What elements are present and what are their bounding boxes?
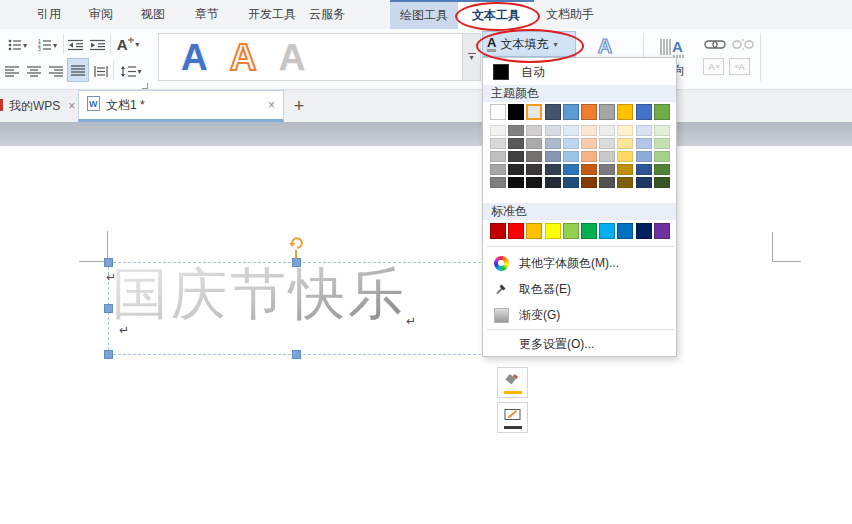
- text-flow-left-button[interactable]: A≡: [703, 58, 724, 75]
- theme-tint-swatch[interactable]: [490, 125, 506, 136]
- menu-item-more-settings[interactable]: 更多设置(O)...: [483, 332, 676, 356]
- theme-tint-swatch[interactable]: [617, 138, 633, 149]
- menu-item-gradient[interactable]: 渐变(G): [483, 302, 676, 328]
- theme-tint-swatch[interactable]: [490, 138, 506, 149]
- align-right-button[interactable]: [46, 60, 66, 82]
- dialog-launcher-icon[interactable]: [142, 83, 148, 89]
- rotation-handle-icon[interactable]: [288, 234, 305, 251]
- ribbon-tab-3[interactable]: 视图: [128, 0, 178, 29]
- theme-tint-swatch[interactable]: [599, 164, 615, 175]
- theme-tint-swatch[interactable]: [617, 177, 633, 188]
- theme-tint-swatch[interactable]: [654, 138, 670, 149]
- standard-color-swatch[interactable]: [636, 223, 652, 239]
- theme-tint-swatch[interactable]: [508, 138, 524, 149]
- text-fill-button[interactable]: A 文本填充 ▾: [482, 31, 576, 57]
- theme-tint-swatch[interactable]: [654, 164, 670, 175]
- theme-color-swatch[interactable]: [636, 104, 652, 120]
- theme-tint-swatch[interactable]: [508, 151, 524, 162]
- resize-handle-bottom-middle[interactable]: [292, 350, 301, 359]
- shape-fill-float-button[interactable]: [497, 367, 528, 398]
- theme-color-swatch[interactable]: [545, 104, 561, 120]
- theme-tint-swatch[interactable]: [581, 177, 597, 188]
- theme-tint-swatch[interactable]: [636, 151, 652, 162]
- wordart-style-gray[interactable]: A: [278, 39, 305, 76]
- ribbon-tab-8[interactable]: 文本工具: [458, 0, 534, 29]
- standard-color-swatch[interactable]: [545, 223, 561, 239]
- standard-color-swatch[interactable]: [508, 223, 524, 239]
- standard-color-swatch[interactable]: [563, 223, 579, 239]
- standard-color-swatch[interactable]: [490, 223, 506, 239]
- theme-color-swatch[interactable]: [508, 104, 524, 120]
- theme-tint-swatch[interactable]: [490, 151, 506, 162]
- theme-tint-swatch[interactable]: [526, 138, 542, 149]
- decrease-indent-button[interactable]: [66, 34, 86, 56]
- theme-tint-swatch[interactable]: [526, 177, 542, 188]
- ribbon-tab-2[interactable]: 审阅: [76, 0, 126, 29]
- text-outline-button[interactable]: A: [592, 33, 618, 59]
- theme-tint-swatch[interactable]: [636, 125, 652, 136]
- standard-color-swatch[interactable]: [654, 223, 670, 239]
- theme-color-swatch[interactable]: [563, 104, 579, 120]
- ribbon-tab-7[interactable]: 绘图工具: [390, 0, 458, 29]
- menu-item-more-colors[interactable]: 其他字体颜色(M)...: [483, 250, 676, 276]
- theme-tint-swatch[interactable]: [581, 151, 597, 162]
- gallery-more-button[interactable]: ▾: [462, 34, 480, 80]
- link-button[interactable]: [703, 37, 727, 52]
- break-link-button[interactable]: [731, 37, 755, 52]
- tab-my-wps[interactable]: 我的WPS ×: [0, 90, 77, 122]
- theme-tint-swatch[interactable]: [617, 125, 633, 136]
- align-left-button[interactable]: [2, 60, 22, 82]
- distribute-button[interactable]: [91, 60, 111, 82]
- theme-tint-swatch[interactable]: [599, 138, 615, 149]
- theme-tint-swatch[interactable]: [526, 151, 542, 162]
- theme-tint-swatch[interactable]: [563, 151, 579, 162]
- ribbon-tab-6[interactable]: 云服务: [296, 0, 358, 29]
- theme-tint-swatch[interactable]: [599, 151, 615, 162]
- theme-tint-swatch[interactable]: [545, 151, 561, 162]
- standard-color-swatch[interactable]: [526, 223, 542, 239]
- theme-tint-swatch[interactable]: [508, 125, 524, 136]
- document-page[interactable]: 国庆节快乐 ↵ ↵ ↵: [0, 146, 852, 524]
- theme-tint-swatch[interactable]: [636, 164, 652, 175]
- shape-outline-float-button[interactable]: [497, 402, 528, 433]
- theme-tint-swatch[interactable]: [490, 177, 506, 188]
- theme-tint-swatch[interactable]: [508, 164, 524, 175]
- theme-tint-swatch[interactable]: [654, 151, 670, 162]
- theme-tint-swatch[interactable]: [545, 164, 561, 175]
- standard-color-swatch[interactable]: [599, 223, 615, 239]
- numbered-list-button[interactable]: 123 ▾: [34, 34, 61, 56]
- standard-color-swatch[interactable]: [581, 223, 597, 239]
- theme-tint-swatch[interactable]: [617, 164, 633, 175]
- bullet-list-button[interactable]: ▾: [4, 34, 31, 56]
- ribbon-tab-1[interactable]: 引用: [24, 0, 74, 29]
- wordart-style-orange[interactable]: A: [230, 39, 257, 76]
- theme-tint-swatch[interactable]: [581, 125, 597, 136]
- theme-tint-swatch[interactable]: [563, 138, 579, 149]
- theme-tint-swatch[interactable]: [545, 125, 561, 136]
- wordart-text[interactable]: 国庆节快乐: [112, 265, 432, 324]
- close-icon[interactable]: ×: [68, 99, 75, 113]
- theme-color-swatch[interactable]: [490, 104, 506, 120]
- tab-document1[interactable]: W 文档1 * ×: [78, 90, 284, 122]
- theme-tint-swatch[interactable]: [654, 177, 670, 188]
- ribbon-tab-9[interactable]: 文档助手: [534, 0, 606, 29]
- theme-tint-swatch[interactable]: [563, 164, 579, 175]
- theme-color-swatch[interactable]: [617, 104, 633, 120]
- line-spacing-button[interactable]: ▾: [116, 60, 146, 82]
- theme-tint-swatch[interactable]: [636, 138, 652, 149]
- theme-tint-swatch[interactable]: [563, 177, 579, 188]
- standard-color-swatch[interactable]: [617, 223, 633, 239]
- menu-item-auto[interactable]: 自动: [483, 60, 676, 84]
- align-center-button[interactable]: [24, 60, 44, 82]
- theme-tint-swatch[interactable]: [526, 164, 542, 175]
- theme-tint-swatch[interactable]: [581, 138, 597, 149]
- menu-item-color-picker[interactable]: 取色器(E): [483, 276, 676, 302]
- new-tab-button[interactable]: +: [288, 94, 310, 118]
- theme-color-swatch[interactable]: [654, 104, 670, 120]
- theme-color-swatch[interactable]: [599, 104, 615, 120]
- theme-tint-swatch[interactable]: [563, 125, 579, 136]
- theme-tint-swatch[interactable]: [654, 125, 670, 136]
- theme-tint-swatch[interactable]: [581, 164, 597, 175]
- close-icon[interactable]: ×: [268, 98, 275, 112]
- theme-tint-swatch[interactable]: [526, 125, 542, 136]
